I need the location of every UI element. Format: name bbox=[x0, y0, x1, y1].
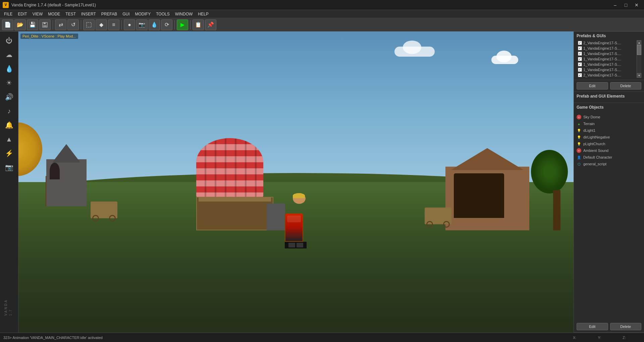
svg-rect-1 bbox=[44, 22, 46, 24]
prefab-name-0: 2_VandaEngine17-S.... bbox=[583, 41, 621, 45]
paste-button[interactable]: 📌 bbox=[205, 19, 216, 30]
go-sky-dome[interactable]: ● Sky Dome bbox=[574, 114, 644, 120]
menu-bar: FILEEDITVIEWMODETESTINSERTPREFABGUIMODIF… bbox=[0, 10, 644, 18]
play-button[interactable]: ▶ bbox=[177, 19, 188, 30]
game-objects-title: Game Objects bbox=[577, 105, 641, 110]
prefab-item-5[interactable]: ✓ 1_VandaEngine17-S.... bbox=[577, 67, 637, 72]
prefab-checkbox-0[interactable]: ✓ bbox=[578, 41, 582, 45]
go-delete-button[interactable]: Delete bbox=[610, 323, 642, 330]
prefab-checkbox-1[interactable]: ✓ bbox=[578, 46, 582, 50]
prefab-item-4[interactable]: ✓ 1_VandaEngine17-S.... bbox=[577, 62, 637, 67]
camera-button[interactable]: 📷 bbox=[136, 19, 148, 30]
prefab-edit-button[interactable]: Edit bbox=[577, 82, 608, 90]
save-button[interactable]: 💾 bbox=[27, 19, 38, 30]
viewport[interactable]: Peri_Dlite : VScene : Play Mod... bbox=[18, 32, 574, 333]
go-edit-button[interactable]: Edit bbox=[577, 323, 608, 330]
go-dirlightneg[interactable]: 💡 dirLightNegative bbox=[574, 134, 644, 140]
maximize-button[interactable]: □ bbox=[621, 1, 631, 9]
prefab-checkbox-6[interactable]: ✓ bbox=[578, 73, 582, 77]
sidebar-power-icon[interactable]: ⏻ bbox=[3, 34, 15, 47]
sidebar-notification-icon[interactable]: 🔔 bbox=[3, 119, 15, 131]
y-value bbox=[602, 336, 616, 340]
menu-modify[interactable]: MODIFY bbox=[132, 11, 154, 17]
separator-1 bbox=[53, 20, 53, 30]
scroll-down-btn[interactable]: ▼ bbox=[637, 73, 641, 78]
prefabs-scrollbar[interactable]: ▲ ▼ bbox=[637, 40, 641, 78]
go-default-char[interactable]: 👤 Default Character bbox=[574, 154, 644, 161]
prefab-checkbox-4[interactable]: ✓ bbox=[578, 62, 582, 66]
prefab-delete-button[interactable]: Delete bbox=[610, 82, 642, 90]
go-script-label: general_script bbox=[583, 162, 606, 166]
menu-mode[interactable]: MODE bbox=[45, 11, 63, 17]
undo-button[interactable]: ↺ bbox=[67, 19, 79, 30]
cart-right bbox=[425, 208, 451, 224]
go-dirlightneg-icon: 💡 bbox=[577, 135, 581, 139]
prefab-item-0[interactable]: ✓ 2_VandaEngine17-S.... bbox=[577, 40, 637, 46]
menu-file[interactable]: FILE bbox=[1, 11, 15, 17]
status-coords: X: Y: Z: bbox=[573, 336, 641, 340]
go-char-label: Default Character bbox=[583, 155, 612, 159]
sidebar-terrain-icon[interactable]: ▲ bbox=[3, 133, 15, 146]
scroll-thumb[interactable] bbox=[637, 45, 641, 55]
prefab-checkbox-3[interactable]: ✓ bbox=[578, 57, 582, 61]
open-button[interactable]: 📂 bbox=[14, 19, 26, 30]
menu-insert[interactable]: INSERT bbox=[78, 11, 99, 17]
go-dlight1-label: dLight1 bbox=[583, 128, 595, 132]
close-button[interactable]: ✕ bbox=[632, 1, 641, 9]
object-button[interactable]: ◆ bbox=[96, 19, 107, 30]
go-dirlightneg-label: dirLightNegative bbox=[583, 135, 610, 139]
vanda-brand-text: VANDA bbox=[4, 299, 8, 316]
cart-left bbox=[91, 202, 117, 218]
go-ambient-label: Ambient Sound bbox=[583, 149, 608, 153]
go-skydome-label: Sky Dome bbox=[583, 115, 600, 119]
prefab-item-6[interactable]: ✓ 2_VandaEngine17-S.... bbox=[577, 72, 637, 78]
go-terrain[interactable]: ▲ Terrain bbox=[574, 120, 644, 127]
sidebar-music-icon[interactable]: ♪ bbox=[3, 105, 15, 117]
prefab-name-1: 1_VandaEngine17-S.... bbox=[583, 46, 621, 50]
prefab-item-1[interactable]: ✓ 1_VandaEngine17-S.... bbox=[577, 46, 637, 51]
sidebar-lighting-icon[interactable]: ☀ bbox=[3, 76, 15, 89]
minimize-button[interactable]: – bbox=[610, 1, 620, 9]
go-dlight1[interactable]: 💡 dLight1 bbox=[574, 127, 644, 134]
prefab-item-3[interactable]: ✓ 1_VandaEngine17-S.... bbox=[577, 56, 637, 62]
menu-gui[interactable]: GUI bbox=[120, 11, 132, 17]
go-ambient-sound[interactable]: ● Ambient Sound bbox=[574, 147, 644, 154]
refresh-button[interactable]: ⟳ bbox=[161, 19, 172, 30]
go-plightchurch[interactable]: 💡 pLightChurch bbox=[574, 140, 644, 147]
separator-3 bbox=[121, 20, 122, 30]
prefab-item-2[interactable]: ✓ 1_VandaEngine17-S.... bbox=[577, 51, 637, 56]
menu-tools[interactable]: TOOLS bbox=[153, 11, 172, 17]
coord-x: X: bbox=[573, 336, 591, 340]
water-button[interactable]: 💧 bbox=[149, 19, 160, 30]
menu-test[interactable]: TEST bbox=[63, 11, 78, 17]
prefab-checkbox-5[interactable]: ✓ bbox=[578, 68, 582, 72]
main-area: ⏻ ☁ 💧 ☀ 🔊 ♪ 🔔 ▲ ⚡ 📷 VANDA 1.7 bbox=[0, 32, 644, 333]
sidebar-effects-icon[interactable]: ⚡ bbox=[3, 147, 15, 160]
prefab-name-3: 1_VandaEngine17-S.... bbox=[583, 57, 621, 61]
prefab-checkbox-2[interactable]: ✓ bbox=[578, 52, 582, 56]
light-button[interactable]: ● bbox=[124, 19, 135, 30]
menu-help[interactable]: HELP bbox=[195, 11, 211, 17]
copy-button[interactable]: 📋 bbox=[193, 19, 204, 30]
menu-view[interactable]: VIEW bbox=[30, 11, 46, 17]
save-as-button[interactable] bbox=[39, 19, 51, 30]
menu-window[interactable]: WINDOW bbox=[172, 11, 196, 17]
scroll-up-btn[interactable]: ▲ bbox=[637, 40, 641, 45]
app-icon: V bbox=[3, 2, 9, 8]
game-objects-header: Game Objects bbox=[574, 103, 644, 114]
game-objects-list: ● Sky Dome ▲ Terrain 💡 dLight1 💡 dirLigh… bbox=[574, 114, 644, 321]
menu-edit[interactable]: EDIT bbox=[15, 11, 30, 17]
sidebar-audio-icon[interactable]: 🔊 bbox=[3, 91, 15, 103]
import-button[interactable]: ⇄ bbox=[55, 19, 66, 30]
sidebar-environment-icon[interactable]: ☁ bbox=[3, 48, 15, 61]
menu-prefab[interactable]: PREFAB bbox=[99, 11, 120, 17]
x-value bbox=[578, 336, 591, 340]
building-left bbox=[46, 159, 87, 206]
toolbar: 📄 📂 💾 ⇄ ↺ ◆ ≡ ● 📷 💧 ⟳ ▶ 📋 📌 bbox=[0, 18, 644, 32]
new-button[interactable]: 📄 bbox=[2, 19, 13, 30]
sidebar-camera-icon[interactable]: 📷 bbox=[3, 161, 15, 174]
list-button[interactable]: ≡ bbox=[108, 19, 119, 30]
sidebar-water-icon[interactable]: 💧 bbox=[3, 62, 15, 75]
select-button[interactable] bbox=[83, 19, 95, 30]
go-general-script[interactable]: ⬡ general_script bbox=[574, 161, 644, 167]
